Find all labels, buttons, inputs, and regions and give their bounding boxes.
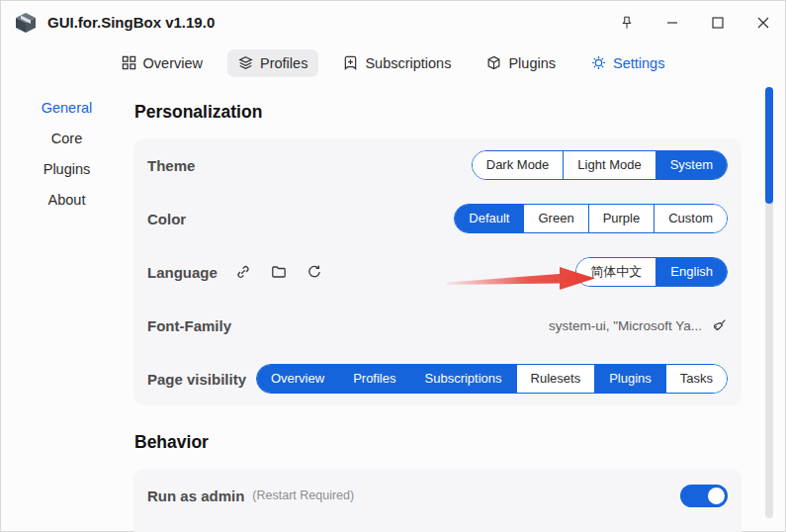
run-as-admin-label: Run as admin (Restart Required) bbox=[147, 488, 354, 504]
maximize-icon bbox=[712, 17, 724, 29]
color-option-green[interactable]: Green bbox=[523, 205, 587, 232]
color-option-purple[interactable]: Purple bbox=[588, 205, 655, 232]
section-title-behavior: Behavior bbox=[134, 432, 742, 453]
sidebar-item-about[interactable]: About bbox=[0, 185, 133, 216]
link-icon[interactable] bbox=[235, 264, 251, 280]
nav-tab-label: Subscriptions bbox=[365, 55, 451, 71]
close-button[interactable] bbox=[741, 6, 786, 40]
run-as-admin-row: Run as admin (Restart Required) bbox=[133, 469, 742, 522]
font-family-value-wrap: system-ui, "Microsoft Ya... bbox=[549, 317, 728, 333]
language-option-english[interactable]: English bbox=[655, 258, 727, 286]
run-as-admin-toggle[interactable] bbox=[680, 485, 728, 507]
cube-icon bbox=[486, 55, 501, 70]
bookmark-plus-icon bbox=[343, 55, 358, 70]
font-family-row: Font-Family system-ui, "Microsoft Ya... bbox=[133, 299, 742, 352]
app-logo-icon bbox=[14, 11, 38, 35]
color-option-custom[interactable]: Custom bbox=[654, 205, 727, 232]
nav-tab-plugins[interactable]: Plugins bbox=[476, 49, 567, 77]
page-visibility-tasks[interactable]: Tasks bbox=[665, 365, 727, 393]
window-title: GUI.for.SingBox v1.19.0 bbox=[47, 14, 215, 31]
nav-tab-label: Settings bbox=[613, 55, 664, 71]
language-actions bbox=[235, 264, 322, 280]
settings-sidebar: General Core Plugins About bbox=[0, 81, 133, 532]
language-label-text: Language bbox=[147, 264, 218, 281]
nav-tab-label: Plugins bbox=[508, 55, 556, 71]
app-window: GUI.for.SingBox v1.19.0 bbox=[0, 0, 786, 532]
theme-row: Theme Dark Mode Light Mode System bbox=[133, 138, 742, 192]
page-visibility-plugins[interactable]: Plugins bbox=[594, 365, 665, 393]
theme-option-dark-mode[interactable]: Dark Mode bbox=[473, 151, 564, 179]
nav-tab-settings[interactable]: Settings bbox=[580, 49, 675, 77]
theme-option-light-mode[interactable]: Light Mode bbox=[563, 151, 655, 179]
theme-label: Theme bbox=[147, 157, 195, 174]
font-family-label: Font-Family bbox=[147, 317, 231, 334]
page-visibility-rulesets[interactable]: Rulesets bbox=[516, 365, 595, 393]
nav-tab-overview[interactable]: Overview bbox=[111, 49, 214, 77]
grid-icon bbox=[122, 55, 136, 70]
page-visibility-label: Page visibility bbox=[147, 371, 246, 388]
font-family-value[interactable]: system-ui, "Microsoft Ya... bbox=[549, 318, 702, 333]
page-visibility-overview[interactable]: Overview bbox=[257, 365, 338, 393]
sidebar-item-core[interactable]: Core bbox=[0, 124, 133, 154]
behavior-card: Run as admin (Restart Required) bbox=[133, 469, 742, 532]
language-label: Language bbox=[147, 264, 322, 281]
maximize-button[interactable] bbox=[695, 6, 741, 40]
language-row: Language bbox=[133, 245, 742, 299]
color-row: Color Default Green Purple Custom bbox=[133, 192, 742, 245]
color-label: Color bbox=[147, 211, 186, 227]
top-nav: Overview Profiles Subscriptions bbox=[0, 44, 786, 81]
nav-tab-subscriptions[interactable]: Subscriptions bbox=[332, 49, 462, 77]
theme-option-system[interactable]: System bbox=[655, 151, 727, 179]
toggle-knob bbox=[708, 488, 725, 504]
personalization-card: Theme Dark Mode Light Mode System Color … bbox=[133, 138, 742, 405]
minimize-button[interactable] bbox=[650, 6, 695, 40]
broom-icon[interactable] bbox=[712, 317, 728, 333]
language-segmented-control: 简体中文 English bbox=[575, 257, 728, 287]
theme-segmented-control: Dark Mode Light Mode System bbox=[472, 150, 728, 180]
pin-button[interactable] bbox=[604, 6, 650, 40]
refresh-icon[interactable] bbox=[306, 264, 322, 280]
section-title-personalization: Personalization bbox=[134, 102, 742, 123]
layers-icon bbox=[238, 55, 253, 70]
titlebar: GUI.for.SingBox v1.19.0 bbox=[0, 0, 786, 44]
language-option-zh[interactable]: 简体中文 bbox=[576, 258, 655, 286]
scrollbar-thumb[interactable] bbox=[765, 87, 773, 204]
folder-icon[interactable] bbox=[271, 264, 287, 280]
close-icon bbox=[757, 17, 769, 29]
sidebar-item-general[interactable]: General bbox=[0, 93, 133, 124]
run-as-admin-label-text: Run as admin bbox=[147, 488, 244, 504]
settings-content: Personalization Theme Dark Mode Light Mo… bbox=[133, 81, 786, 532]
nav-tab-label: Profiles bbox=[260, 55, 307, 71]
page-visibility-segmented-control: Overview Profiles Subscriptions Rulesets… bbox=[256, 364, 728, 394]
pin-icon bbox=[620, 16, 634, 30]
sidebar-item-plugins[interactable]: Plugins bbox=[0, 154, 133, 185]
color-option-default[interactable]: Default bbox=[455, 205, 523, 232]
gear-icon bbox=[591, 55, 606, 70]
color-segmented-control: Default Green Purple Custom bbox=[454, 204, 728, 233]
page-visibility-subscriptions[interactable]: Subscriptions bbox=[410, 365, 516, 393]
page-visibility-profiles[interactable]: Profiles bbox=[338, 365, 409, 393]
scrollbar-track[interactable] bbox=[765, 87, 773, 518]
nav-tab-profiles[interactable]: Profiles bbox=[227, 49, 318, 77]
nav-tab-label: Overview bbox=[143, 55, 203, 71]
page-visibility-row: Page visibility Overview Profiles Subscr… bbox=[133, 352, 742, 405]
minimize-icon bbox=[666, 17, 678, 29]
restart-required-note: (Restart Required) bbox=[252, 488, 354, 502]
